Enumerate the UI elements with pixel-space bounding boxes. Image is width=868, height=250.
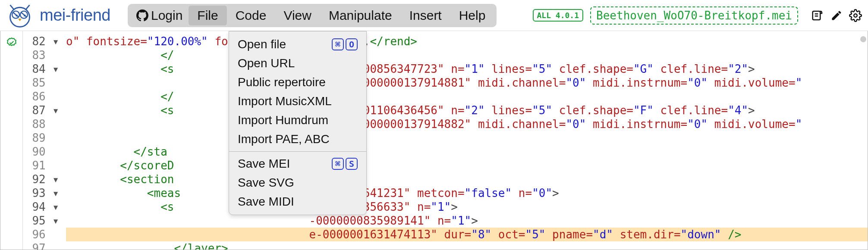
kbd-key: ⌘ [332,158,344,170]
shortcut: ⌘O [332,38,358,50]
pencil-icon[interactable] [830,9,843,22]
code-line[interactable]: o" fontsize="120.00%" fontweight="bold">… [66,34,868,48]
file-menu-import-humdrum[interactable]: Import Humdrum [229,111,366,130]
menu-help[interactable]: Help [450,6,494,25]
gutter-line[interactable]: 88 [23,117,63,131]
gutter-line[interactable]: 90 [23,145,63,159]
menu-item-label: Import Humdrum [238,113,328,127]
svg-point-5 [16,14,18,16]
svg-point-6 [24,14,26,16]
kbd-key: S [346,158,358,170]
shortcut: ⌘S [332,158,358,170]
editor: 82 ▾83 84 ▾85 86 87 ▾88 89 90 91 92 ▾93 … [0,31,868,250]
code-line[interactable]: <s def-0000001106436456" n="2" lines="5"… [66,103,868,117]
menu-manipulate[interactable]: Manipulate [320,6,401,25]
gutter-line[interactable]: 85 [23,76,63,90]
file-menu-dropdown: Open file⌘OOpen URLPublic repertoireImpo… [229,31,367,215]
gutter-line[interactable]: 97 [23,241,63,250]
menu-code[interactable]: Code [227,6,275,25]
menu-insert[interactable]: Insert [401,6,450,25]
file-menu-open-url[interactable]: Open URL [229,54,366,73]
code-line[interactable]: </ [66,90,868,103]
file-menu-save-svg[interactable]: Save SVG [229,173,366,192]
menu-item-label: Save MEI [238,157,290,171]
file-menu-import-musicxml[interactable]: Import MusicXML [229,92,366,111]
app-title: mei-friend [40,6,110,25]
gutter-line[interactable]: 86 [23,90,63,103]
gutter-line[interactable]: 95 ▾ [23,214,63,228]
gutter-line[interactable]: 87 ▾ [23,103,63,117]
menu-file[interactable]: File [189,6,226,25]
code-line[interactable]: e-0000001631474113" dur="8" oct="5" pnam… [66,228,868,241]
gutter-line[interactable]: 92 ▾ [23,172,63,186]
validation-column [0,31,23,250]
github-icon [136,9,148,22]
file-menu-save-mei[interactable]: Save MEI⌘S [229,154,366,173]
kbd-key: O [346,38,358,50]
topbar: mei-friend Login FileCodeViewManipulateI… [0,0,868,31]
menu-separator [229,151,366,152]
login-button[interactable]: Login [130,6,189,25]
gutter-line[interactable]: 89 [23,131,63,145]
file-menu-import-pae-abc[interactable]: Import PAE, ABC [229,130,366,149]
scrollbar-thumb[interactable] [860,36,866,42]
menu-bar: Login FileCodeViewManipulateInsertHelp [128,4,497,27]
file-menu-public-repertoire[interactable]: Public repertoire [229,73,366,92]
gutter-line[interactable]: 91 [23,159,63,172]
gutter-line[interactable]: 82 ▾ [23,34,63,48]
svg-point-8 [854,14,857,17]
code-line[interactable]: </scoreD [66,159,868,172]
logo-block: mei-friend [6,2,110,29]
filename-badge[interactable]: Beethoven_WoO70-Breitkopf.mei [590,6,798,25]
menu-item-label: Open URL [238,56,295,70]
gutter-line[interactable]: 96 [23,228,63,241]
check-badge-icon[interactable] [6,37,17,48]
kbd-key: ⌘ [332,38,344,50]
log-icon[interactable] [811,9,824,22]
menu-item-label: Public repertoire [238,75,326,89]
code-line[interactable]: <meas 0000000934641231" metcon="false" n… [66,186,868,200]
gutter-line[interactable]: 84 ▾ [23,62,63,76]
file-menu-open-file[interactable]: Open file⌘O [229,35,366,54]
gutter-line[interactable]: 94 ▾ [23,200,63,214]
menu-item-label: Import MusicXML [238,94,332,108]
menu-view[interactable]: View [275,6,320,25]
code-line[interactable]: -0000000835989141" n="1"> [66,214,868,228]
version-badge[interactable]: ALL 4.0.1 [533,9,584,22]
gutter-line[interactable]: 93 ▾ [23,186,63,200]
code-line[interactable]: strdef-0000000137914882" midi.channel="0… [66,117,868,131]
code-line[interactable] [66,131,868,145]
code-area[interactable]: o" fontsize="120.00%" fontweight="bold">… [63,31,868,250]
code-line[interactable]: </sta [66,145,868,159]
menu-item-label: Save MIDI [238,195,294,209]
code-line[interactable]: </ [66,48,868,62]
code-line[interactable]: <s 0000001866356633" n="1"> [66,200,868,214]
menu-item-label: Open file [238,38,286,51]
login-label: Login [151,8,182,23]
gutter-line[interactable]: 83 [23,48,63,62]
code-line[interactable]: strdef-0000000137914881" midi.channel="0… [66,76,868,90]
code-line[interactable]: </layer> [66,241,868,250]
menu-item-label: Save SVG [238,176,294,190]
right-icons [811,9,862,22]
file-menu-save-midi[interactable]: Save MIDI [229,192,366,211]
line-gutter[interactable]: 82 ▾83 84 ▾85 86 87 ▾88 89 90 91 92 ▾93 … [23,31,63,250]
code-line[interactable]: <s def-0000000856347723" n="1" lines="5"… [66,62,868,76]
gear-icon[interactable] [849,9,862,22]
menu-item-label: Import PAE, ABC [238,132,330,146]
code-line[interactable]: <section [66,172,868,186]
owl-logo-icon [6,2,34,29]
